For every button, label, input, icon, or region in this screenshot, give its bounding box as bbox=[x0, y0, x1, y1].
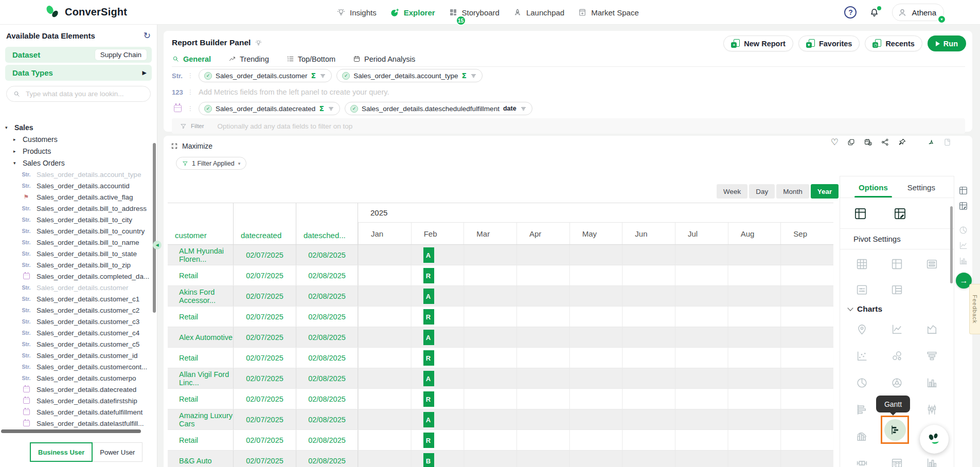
data-field-item[interactable]: ★ Sales_order_details.customer_c4 bbox=[0, 327, 153, 338]
datecreated-cell[interactable]: 02/07/2025 bbox=[234, 389, 296, 409]
data-field-item[interactable]: ★ Sales_order_details.datefulfillment bbox=[0, 406, 153, 418]
column-header-datescheduled[interactable]: datesched... bbox=[296, 203, 358, 244]
period-button[interactable]: Day bbox=[749, 184, 775, 199]
data-field-item[interactable]: ★ Sales_order_details.datecreated bbox=[0, 384, 153, 395]
aggregation-symbol[interactable]: Σ bbox=[311, 71, 316, 80]
filters-applied-chip[interactable]: 1 Filter Applied ▾ bbox=[176, 157, 246, 170]
tab-settings[interactable]: Settings bbox=[907, 183, 935, 197]
filter-lines-icon[interactable] bbox=[470, 73, 477, 79]
data-field-item[interactable]: ★ Sales_order_details.bill_to_address bbox=[0, 203, 153, 214]
mini-line-chart-icon[interactable] bbox=[958, 241, 968, 250]
datescheduled-cell[interactable]: 02/08/2025 bbox=[296, 409, 358, 429]
power-user-button[interactable]: Power User bbox=[93, 442, 142, 462]
pivot-settings-header[interactable]: Pivot Settings bbox=[840, 228, 954, 249]
data-field-item[interactable]: ★ Sales_order_details.customer_c2 bbox=[0, 304, 153, 316]
gantt-bar[interactable]: R bbox=[423, 350, 434, 366]
table-header-column-icon[interactable] bbox=[890, 283, 903, 296]
datecreated-cell[interactable]: 02/07/2025 bbox=[234, 265, 296, 285]
mini-table-icon[interactable] bbox=[958, 186, 968, 195]
drag-handle-icon[interactable]: ⋮ bbox=[187, 72, 193, 79]
datescheduled-cell[interactable]: 02/08/2025 bbox=[296, 307, 358, 327]
tree-node[interactable]: Sales Orders bbox=[0, 157, 153, 169]
tree-toggle-icon[interactable] bbox=[5, 125, 10, 130]
notifications-button[interactable] bbox=[869, 7, 880, 18]
polar-chart-icon[interactable] bbox=[890, 376, 903, 389]
user-menu[interactable]: Athena ▾ bbox=[892, 4, 944, 21]
quad-table-icon[interactable] bbox=[890, 258, 903, 271]
tree-toggle-icon[interactable] bbox=[13, 149, 19, 154]
maximize-button[interactable]: Maximize bbox=[171, 142, 212, 150]
business-user-button[interactable]: Business User bbox=[30, 442, 93, 462]
new-report-button[interactable]: + New Report bbox=[723, 35, 793, 51]
datescheduled-cell[interactable]: 02/08/2025 bbox=[296, 348, 358, 368]
scatter-chart-icon[interactable] bbox=[856, 350, 868, 363]
tree-node[interactable]: Customers bbox=[0, 133, 153, 145]
mini-pie-chart-icon[interactable] bbox=[958, 225, 968, 235]
period-button[interactable]: Year bbox=[811, 184, 839, 199]
recents-button[interactable]: ◷ Recents bbox=[865, 35, 922, 51]
datescheduled-cell[interactable]: 02/08/2025 bbox=[296, 389, 358, 409]
assistant-floating-button[interactable] bbox=[920, 425, 949, 454]
datescheduled-cell[interactable]: 02/08/2025 bbox=[296, 286, 358, 306]
refresh-icon[interactable]: ↻ bbox=[144, 31, 151, 40]
table-row[interactable]: Retail 02/07/2025 02/08/2025 R bbox=[168, 307, 833, 327]
candlestick-chart-icon[interactable] bbox=[925, 403, 938, 416]
filter-lines-icon[interactable] bbox=[520, 105, 527, 112]
customer-cell[interactable]: Akins Ford Accessor... bbox=[168, 286, 234, 306]
stacked-column-chart-icon[interactable] bbox=[925, 457, 938, 467]
tab-general[interactable]: General bbox=[172, 55, 211, 63]
sidebar-vertical-scrollbar[interactable] bbox=[153, 143, 156, 313]
customer-cell[interactable]: Allan Vigil Ford Linc... bbox=[168, 368, 234, 388]
favorites-button[interactable]: ♥ Favorites bbox=[798, 35, 860, 51]
table-row[interactable]: Retail 02/07/2025 02/08/2025 R bbox=[168, 348, 833, 368]
period-button[interactable]: Week bbox=[717, 184, 747, 199]
filter-row[interactable]: Filter Optionally add any data fields to… bbox=[172, 118, 965, 134]
period-button[interactable]: Month bbox=[776, 184, 809, 199]
mini-pivot-icon[interactable] bbox=[958, 201, 968, 211]
data-types-selector[interactable]: Data Types ▶ bbox=[5, 65, 152, 81]
gantt-bar[interactable]: A bbox=[423, 371, 434, 386]
nav-item-launchpad[interactable]: Launchpad bbox=[513, 8, 564, 17]
tab-period-analysis[interactable]: Period Analysis bbox=[353, 55, 415, 63]
options-panel-scrollbar[interactable] bbox=[950, 206, 953, 283]
tab-trending[interactable]: Trending bbox=[228, 55, 269, 63]
datecreated-cell[interactable]: 02/07/2025 bbox=[234, 451, 296, 467]
tree-toggle-icon[interactable] bbox=[13, 137, 19, 142]
table-row[interactable]: Amazing Luxury Cars 02/07/2025 02/08/202… bbox=[168, 409, 833, 430]
data-field-item[interactable]: ★ Sales_order_details.bill_to_name bbox=[0, 237, 153, 248]
datecreated-cell[interactable]: 02/07/2025 bbox=[234, 348, 296, 368]
aggregation-symbol[interactable]: Σ bbox=[319, 104, 324, 113]
filter-lines-icon[interactable] bbox=[319, 73, 326, 79]
customer-cell[interactable]: Amazing Luxury Cars bbox=[168, 409, 234, 429]
gantt-bar[interactable]: A bbox=[423, 289, 434, 304]
gantt-bar[interactable]: R bbox=[423, 433, 434, 448]
funnel-chart-icon[interactable] bbox=[925, 350, 938, 363]
brand-logo[interactable]: ConverSight bbox=[44, 4, 127, 20]
search-input[interactable] bbox=[25, 89, 144, 98]
field-chip[interactable]: Sales_order_details.datescheduledfulfill… bbox=[345, 102, 532, 115]
gantt-bar[interactable]: R bbox=[423, 391, 434, 407]
data-field-item[interactable]: ★ Sales_order_details.active_flag bbox=[0, 191, 153, 203]
customer-cell[interactable]: Retail bbox=[168, 348, 234, 368]
datecreated-cell[interactable]: 02/07/2025 bbox=[234, 327, 296, 347]
data-field-item[interactable]: ★ Sales_order_details.customer_id bbox=[0, 350, 153, 361]
customer-cell[interactable]: ALM Hyundai Floren... bbox=[168, 245, 234, 265]
table-row[interactable]: Retail 02/07/2025 02/08/2025 R bbox=[168, 430, 833, 451]
favorite-icon[interactable]: ♡ bbox=[831, 138, 839, 147]
data-field-item[interactable]: ★ Sales_order_details.bill_to_state bbox=[0, 248, 153, 259]
gantt-bar[interactable]: A bbox=[423, 330, 434, 345]
bar-chart-icon[interactable] bbox=[856, 403, 868, 416]
charts-section-header[interactable]: Charts bbox=[840, 296, 954, 314]
data-field-item[interactable]: ★ Sales_order_details.bill_to_city bbox=[0, 214, 153, 225]
datescheduled-cell[interactable]: 02/08/2025 bbox=[296, 265, 358, 285]
table-row[interactable]: ALM Hyundai Floren... 02/07/2025 02/08/2… bbox=[168, 245, 833, 265]
pivot-table-icon[interactable] bbox=[853, 207, 867, 221]
tab-options[interactable]: Options bbox=[859, 183, 888, 197]
drag-handle-icon[interactable]: ⋮ bbox=[187, 105, 193, 112]
customer-cell[interactable]: B&G Auto bbox=[168, 451, 234, 467]
gantt-bar[interactable]: A bbox=[423, 412, 434, 427]
datescheduled-cell[interactable]: 02/08/2025 bbox=[296, 430, 358, 450]
gantt-bar[interactable]: R bbox=[423, 268, 434, 283]
sliders-panel-icon[interactable] bbox=[856, 283, 868, 296]
field-chip[interactable]: Sales_order_details.datecreated Σ bbox=[199, 102, 340, 115]
